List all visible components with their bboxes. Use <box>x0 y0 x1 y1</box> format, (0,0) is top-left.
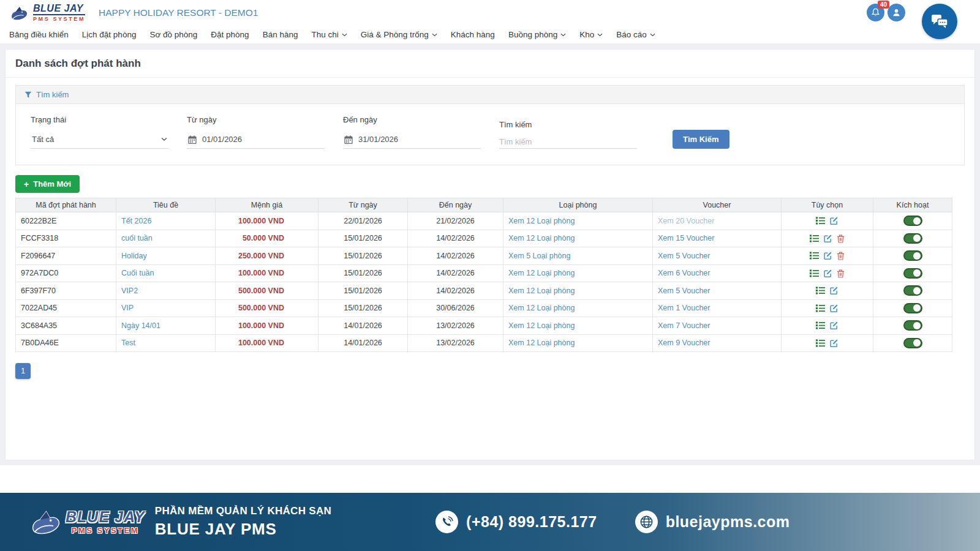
voucher-link[interactable]: Xem 5 Voucher <box>658 252 710 260</box>
room-types-link[interactable]: Xem 5 Loại phòng <box>508 252 570 260</box>
active-toggle[interactable] <box>903 285 922 296</box>
nav-item[interactable]: Giá & Phòng trống <box>354 26 444 43</box>
issue-title-link[interactable]: Test <box>121 339 135 347</box>
active-toggle[interactable] <box>903 268 922 279</box>
voucher-list-icon[interactable] <box>810 251 819 260</box>
content-card: Danh sách đợt phát hành Tìm kiếm Trạng t… <box>5 49 975 460</box>
search-submit-button[interactable]: Tìm Kiếm <box>673 130 729 149</box>
voucher-link[interactable]: Xem 7 Voucher <box>658 321 710 330</box>
room-types-link[interactable]: Xem 12 Loại phòng <box>508 339 575 347</box>
room-types-link[interactable]: Xem 12 Loại phòng <box>508 321 575 330</box>
voucher-list-icon[interactable] <box>816 321 825 330</box>
nav-item[interactable]: Sơ đồ phòng <box>143 26 204 43</box>
voucher-link[interactable]: Xem 5 Voucher <box>658 287 710 295</box>
active-toggle[interactable] <box>903 320 922 331</box>
footer-brand-name: BLUE JAY PMS <box>155 520 331 539</box>
phone-icon <box>435 511 458 533</box>
room-types-link[interactable]: Xem 12 Loại phòng <box>508 304 575 312</box>
table-row: F2096647 Holiday 250.000 VND 15/01/2026 … <box>16 247 952 265</box>
active-toggle[interactable] <box>903 303 922 313</box>
nav-item[interactable]: Đặt phòng <box>204 26 255 43</box>
column-header: Mệnh giá <box>216 198 318 212</box>
issue-to-date: 14/02/2026 <box>408 230 503 247</box>
voucher-list-icon[interactable] <box>810 234 819 243</box>
edit-icon[interactable] <box>829 321 839 330</box>
edit-icon[interactable] <box>829 286 839 295</box>
voucher-link[interactable]: Xem 6 Voucher <box>658 269 710 277</box>
active-toggle[interactable] <box>903 338 922 348</box>
nav-item[interactable]: Kho <box>573 26 609 43</box>
issue-title-link[interactable]: VIP <box>121 304 134 312</box>
issue-code: F2096647 <box>16 247 116 265</box>
issue-to-date: 14/02/2026 <box>408 282 503 300</box>
issue-title-link[interactable]: Tết 2026 <box>121 217 151 225</box>
logo-brand-text: BLUE JAY <box>33 4 85 15</box>
nav-item[interactable]: Bảng điều khiển <box>2 26 75 43</box>
voucher-list-icon[interactable] <box>816 216 825 225</box>
edit-icon[interactable] <box>823 234 832 243</box>
edit-icon[interactable] <box>829 339 839 348</box>
keyword-input[interactable] <box>499 137 637 146</box>
delete-icon[interactable] <box>837 251 845 260</box>
issue-from-date: 15/01/2026 <box>318 299 408 317</box>
column-header: Kích hoạt <box>873 198 952 212</box>
issue-title-link[interactable]: Holiday <box>121 252 147 260</box>
edit-icon[interactable] <box>823 269 832 278</box>
footer-tagline: PHẦN MỀM QUẢN LÝ KHÁCH SẠN <box>155 505 331 517</box>
issue-title-link[interactable]: Ngày 14/01 <box>121 321 160 330</box>
voucher-link[interactable]: Xem 1 Voucher <box>658 304 710 312</box>
issue-from-date: 15/01/2026 <box>318 247 408 265</box>
issue-to-date: 13/02/2026 <box>408 334 503 352</box>
table-body: 60222B2E Tết 2026 100.000 VND 22/01/2026… <box>16 212 952 352</box>
issue-code: 7022AD45 <box>16 299 116 317</box>
header-icons: 40 <box>867 4 905 21</box>
active-toggle[interactable] <box>903 216 922 226</box>
search-panel-header[interactable]: Tìm kiếm <box>16 86 964 104</box>
issue-face-value: 100.000 VND <box>216 334 318 352</box>
edit-icon[interactable] <box>829 304 839 313</box>
issue-title-link[interactable]: cuối tuần <box>121 234 153 242</box>
status-select[interactable]: Tất cả <box>31 132 168 149</box>
voucher-link[interactable]: Xem 15 Voucher <box>658 234 714 242</box>
active-toggle[interactable] <box>903 233 922 244</box>
chat-support-widget-button[interactable] <box>922 4 957 39</box>
toggle-knob <box>913 234 921 242</box>
voucher-link[interactable]: Xem 20 Voucher <box>658 217 714 225</box>
room-types-link[interactable]: Xem 12 Loại phòng <box>508 269 575 277</box>
edit-icon[interactable] <box>823 251 832 260</box>
room-types-link[interactable]: Xem 12 Loại phòng <box>508 217 575 225</box>
filter-icon <box>24 91 32 99</box>
voucher-list-icon[interactable] <box>816 339 825 348</box>
pagination-page-button[interactable]: 1 <box>15 363 31 379</box>
active-toggle[interactable] <box>903 250 922 261</box>
edit-icon[interactable] <box>829 216 839 225</box>
add-new-button[interactable]: + Thêm Mới <box>15 175 80 193</box>
voucher-link[interactable]: Xem 9 Voucher <box>658 339 710 347</box>
toggle-knob <box>913 252 921 260</box>
table-row: 972A7DC0 Cuối tuần 100.000 VND 15/01/202… <box>16 264 952 282</box>
nav-item-label: Bảng điều khiển <box>9 30 69 39</box>
nav-item[interactable]: Khách hàng <box>444 26 502 43</box>
page-title-block: Danh sách đợt phát hành <box>6 50 974 78</box>
room-types-link[interactable]: Xem 12 Loại phòng <box>508 287 575 295</box>
nav-item[interactable]: Lịch đặt phòng <box>75 26 143 43</box>
nav-item[interactable]: Bán hàng <box>256 26 305 43</box>
user-account-button[interactable] <box>888 4 905 21</box>
column-header: Từ ngày <box>318 198 408 212</box>
issue-code: 972A7DC0 <box>16 264 116 282</box>
nav-item[interactable]: Báo cáo <box>609 26 662 43</box>
delete-icon[interactable] <box>837 269 845 278</box>
room-types-link[interactable]: Xem 12 Loại phòng <box>508 234 575 242</box>
issue-title-link[interactable]: VIP2 <box>121 287 138 295</box>
chevron-down-icon <box>161 137 167 141</box>
table-row: 6F397F70 VIP2 500.000 VND 15/01/2026 14/… <box>16 282 952 300</box>
voucher-list-icon[interactable] <box>816 286 825 295</box>
to-date-input[interactable]: 31/01/2026 <box>343 132 481 149</box>
voucher-list-icon[interactable] <box>810 269 819 278</box>
from-date-input[interactable]: 01/01/2026 <box>187 132 325 149</box>
voucher-list-icon[interactable] <box>816 304 825 313</box>
delete-icon[interactable] <box>837 234 845 243</box>
nav-item[interactable]: Buồng phòng <box>502 26 573 43</box>
issue-title-link[interactable]: Cuối tuần <box>121 269 154 277</box>
nav-item[interactable]: Thu chi <box>304 26 353 43</box>
